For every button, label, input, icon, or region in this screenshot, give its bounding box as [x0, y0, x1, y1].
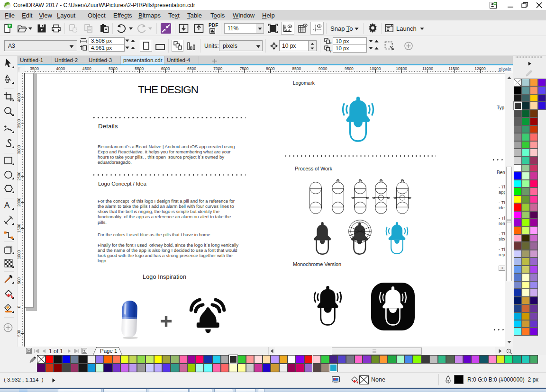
svg-text:y: y: [330, 49, 332, 53]
svg-text:x: x: [330, 41, 332, 45]
